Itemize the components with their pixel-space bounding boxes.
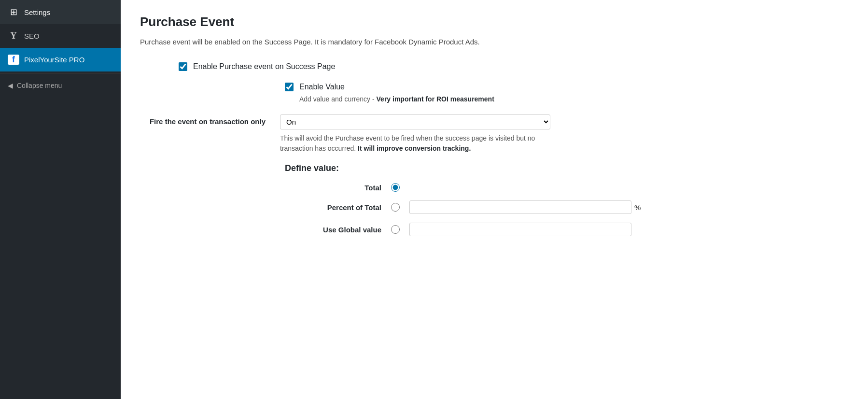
fire-event-row: Fire the event on transaction only On Of…: [140, 114, 849, 154]
percent-row: Percent of Total %: [285, 200, 849, 214]
define-value-title: Define value:: [285, 163, 849, 173]
enable-purchase-row: Enable Purchase event on Success Page: [179, 62, 849, 71]
settings-icon: ⊞: [8, 7, 19, 17]
percent-input[interactable]: [409, 200, 631, 214]
percent-label: Percent of Total: [285, 203, 381, 212]
percent-input-wrapper: %: [409, 200, 641, 214]
sidebar: ⊞ Settings Y SEO f PixelYourSite PRO ◀ C…: [0, 0, 121, 399]
global-radio[interactable]: [391, 225, 400, 234]
collapse-label: Collapse menu: [17, 82, 62, 89]
global-label: Use Global value: [285, 226, 381, 234]
total-row: Total: [285, 183, 849, 192]
collapse-menu-button[interactable]: ◀ Collapse menu: [0, 76, 121, 95]
total-label: Total: [285, 184, 381, 192]
enable-value-section: Enable Value Add value and currency - Ve…: [285, 83, 849, 103]
page-title: Purchase Event: [140, 14, 849, 29]
sidebar-item-label: Settings: [24, 8, 50, 16]
facebook-icon: f: [8, 55, 19, 65]
fire-event-hint: This will avoid the Purchase event to be…: [280, 133, 550, 154]
fire-event-control: On Off This will avoid the Purchase even…: [280, 114, 550, 154]
global-input[interactable]: [409, 223, 631, 236]
sidebar-item-settings[interactable]: ⊞ Settings: [0, 0, 121, 24]
value-hint: Add value and currency - Very important …: [299, 95, 849, 103]
page-description: Purchase event will be enabled on the Su…: [140, 36, 849, 48]
collapse-icon: ◀: [8, 82, 13, 89]
define-value-section: Define value: Total Percent of Total % U…: [285, 163, 849, 236]
percent-radio[interactable]: [391, 203, 400, 212]
sidebar-item-seo[interactable]: Y SEO: [0, 24, 121, 48]
enable-value-checkbox[interactable]: [285, 83, 294, 91]
global-row: Use Global value: [285, 223, 849, 236]
enable-value-row: Enable Value: [285, 83, 849, 91]
seo-icon: Y: [8, 31, 19, 41]
main-content: Purchase Event Purchase event will be en…: [121, 0, 868, 399]
percent-sign: %: [634, 203, 641, 212]
fire-event-dropdown[interactable]: On Off: [280, 114, 550, 129]
sidebar-item-label: PixelYourSite PRO: [24, 56, 84, 64]
sidebar-item-label: SEO: [24, 32, 40, 40]
fire-event-label: Fire the event on transaction only: [140, 114, 266, 126]
enable-purchase-label[interactable]: Enable Purchase event on Success Page: [193, 62, 335, 71]
sidebar-item-pixelyoursite[interactable]: f PixelYourSite PRO: [0, 48, 121, 71]
enable-purchase-checkbox[interactable]: [179, 62, 187, 71]
enable-value-label[interactable]: Enable Value: [299, 83, 345, 91]
total-radio[interactable]: [391, 183, 400, 192]
